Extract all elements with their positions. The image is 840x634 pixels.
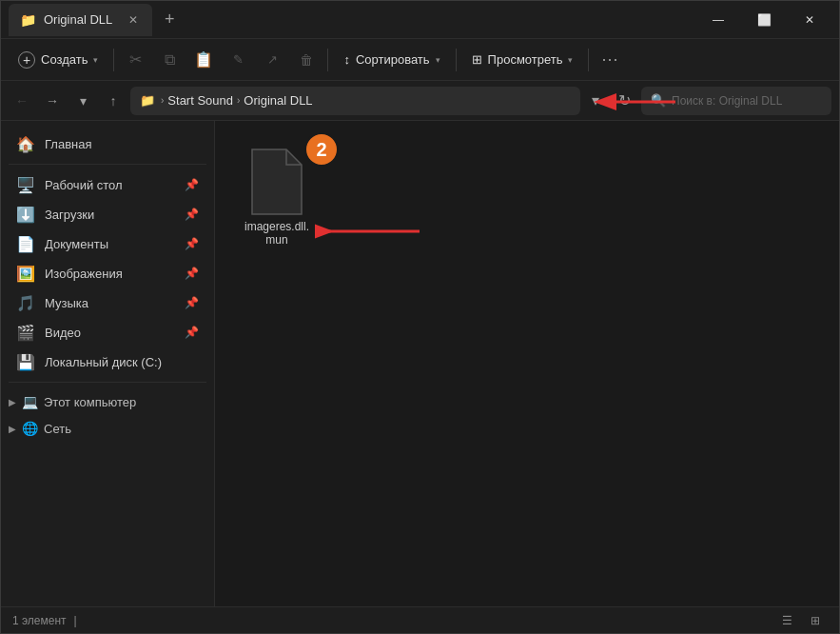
share-button[interactable]: ↗ [257,45,287,75]
new-tab-button[interactable]: + [156,7,183,33]
pictures-icon: 🖼️ [16,264,35,283]
toolbar-separator-4 [588,49,589,71]
documents-icon: 📄 [16,234,35,253]
tab-close-button[interactable]: ✕ [126,12,141,28]
window-controls: — ⬜ ✕ [696,5,831,35]
tab-label: Original DLL [44,12,112,27]
forward-button[interactable]: → [39,88,66,114]
sort-icon: ↕ [343,52,350,67]
toolbar: + Создать ▾ ✂ ⧉ 📋 ✎ ↗ 🗑 ↕ Сортировать ▾ … [1,39,839,81]
sidebar-item-home[interactable]: 🏠 Главная [5,129,210,158]
sidebar-item-localdisk[interactable]: 💾 Локальный диск (C:) [5,347,210,376]
sidebar-music-label: Музыка [45,296,88,310]
sort-button[interactable]: ↕ Сортировать ▾ [334,48,449,71]
pin-icon-pictures: 📌 [185,267,199,280]
toolbar-separator-2 [327,49,328,71]
sidebar-item-desktop[interactable]: 🖥️ Рабочий стол 📌 [5,170,210,199]
toolbar-separator-1 [113,49,114,71]
video-icon: 🎬 [16,323,35,342]
pin-icon-music: 📌 [185,296,199,309]
desktop-icon: 🖥️ [16,175,35,194]
pin-icon-desktop: 📌 [185,178,199,191]
view-icon: ⊞ [472,52,482,67]
file-item-container: imageres.dll.mun 2 [234,140,320,254]
paste-button[interactable]: 📋 [188,45,219,75]
sidebar-divider-2 [9,382,206,383]
grid-view-button[interactable]: ⊞ [803,610,828,631]
status-bar: 1 элемент | ☰ ⊞ [1,606,839,633]
breadcrumb-original-dll[interactable]: Original DLL [244,93,312,108]
breadcrumb-sep-1: › [161,95,164,106]
home-icon: 🏠 [16,134,35,153]
rename-button[interactable]: ✎ [223,45,253,75]
sidebar-item-music[interactable]: 🎵 Музыка 📌 [5,288,210,317]
file-red-arrow [315,220,429,243]
sidebar-section-network[interactable]: ▶ 🌐 Сеть [1,415,214,442]
view-chevron-icon: ▾ [568,55,573,65]
pin-icon-video: 📌 [185,326,199,339]
close-button[interactable]: ✕ [788,5,831,35]
status-count: 1 элемент [12,614,67,627]
sidebar-divider-1 [9,164,206,165]
expand-arrow-network: ▶ [9,424,16,434]
sidebar-thispc-label: Этот компьютер [44,395,136,409]
create-button[interactable]: + Создать ▾ [9,47,107,73]
file-area: imageres.dll.mun 2 [215,121,839,606]
active-tab[interactable]: 📁 Original DLL ✕ [9,4,152,36]
list-view-button[interactable]: ☰ [774,610,799,631]
delete-button[interactable]: 🗑 [291,45,322,75]
more-button[interactable]: ··· [595,45,625,75]
music-icon: 🎵 [16,293,35,312]
minimize-button[interactable]: — [696,5,740,35]
sidebar-item-pictures[interactable]: 🖼️ Изображения 📌 [5,259,210,287]
step-badge-2: 2 [304,132,339,167]
up-button[interactable]: ↑ [100,88,127,114]
sort-chevron-icon: ▾ [436,55,440,65]
sidebar-section-thispc[interactable]: ▶ 💻 Этот компьютер [1,388,214,415]
sidebar-home-label: Главная [45,137,91,151]
sidebar-item-video[interactable]: 🎬 Видео 📌 [5,318,210,347]
copy-button[interactable]: ⧉ [154,45,185,75]
file-name-imageres: imageres.dll.mun [242,220,312,247]
sidebar-network-label: Сеть [44,422,71,436]
breadcrumb-start-sound[interactable]: Start Sound [167,93,233,108]
search-placeholder: Поиск в: Original DLL [672,94,782,108]
title-bar: 📁 Original DLL ✕ + — ⬜ ✕ [1,1,839,39]
file-icon-imageres [248,148,305,216]
main-content: 🏠 Главная 🖥️ Рабочий стол 📌 ⬇️ Загрузки … [1,121,839,606]
sidebar-pictures-label: Изображения [45,267,123,281]
maximize-button[interactable]: ⬜ [742,5,786,35]
sidebar-desktop-label: Рабочий стол [45,178,123,192]
sidebar-localdisk-label: Локальный диск (C:) [45,355,162,369]
sidebar-documents-label: Документы [45,237,108,251]
localdisk-icon: 💾 [16,352,35,371]
network-icon: 🌐 [22,421,38,436]
cut-button[interactable]: ✂ [120,45,150,75]
sidebar-item-documents[interactable]: 📄 Документы 📌 [5,229,210,258]
expand-arrow-thispc: ▶ [9,397,16,407]
window: 📁 Original DLL ✕ + — ⬜ ✕ + Создать ▾ ✂ ⧉… [0,0,840,634]
sidebar: 🏠 Главная 🖥️ Рабочий стол 📌 ⬇️ Загрузки … [1,121,215,606]
breadcrumb-red-arrow [590,85,685,119]
status-separator: | [74,614,77,627]
create-plus-icon: + [18,51,35,69]
address-bar: ← → ▾ ↑ 📁 › Start Sound › Original DLL ▾… [1,81,839,121]
breadcrumb-folder-icon: 📁 [140,93,155,108]
downloads-icon: ⬇️ [16,205,35,224]
pin-icon-downloads: 📌 [185,208,199,221]
back-button[interactable]: ← [9,88,35,114]
pin-icon-documents: 📌 [185,237,199,250]
breadcrumb-sep-2: › [237,95,240,106]
breadcrumb[interactable]: 📁 › Start Sound › Original DLL [130,87,580,115]
create-chevron-icon: ▾ [93,55,98,65]
view-buttons: ☰ ⊞ [774,610,828,631]
sidebar-item-downloads[interactable]: ⬇️ Загрузки 📌 [5,200,210,228]
sidebar-video-label: Видео [45,326,81,340]
view-button[interactable]: ⊞ Просмотреть ▾ [462,48,583,71]
folder-icon: 📁 [20,12,36,28]
sidebar-downloads-label: Загрузки [45,208,94,222]
toolbar-separator-3 [456,49,457,71]
thispc-icon: 💻 [22,394,38,409]
title-bar-left: 📁 Original DLL ✕ + [9,4,183,36]
recent-locations-button[interactable]: ▾ [69,88,96,114]
